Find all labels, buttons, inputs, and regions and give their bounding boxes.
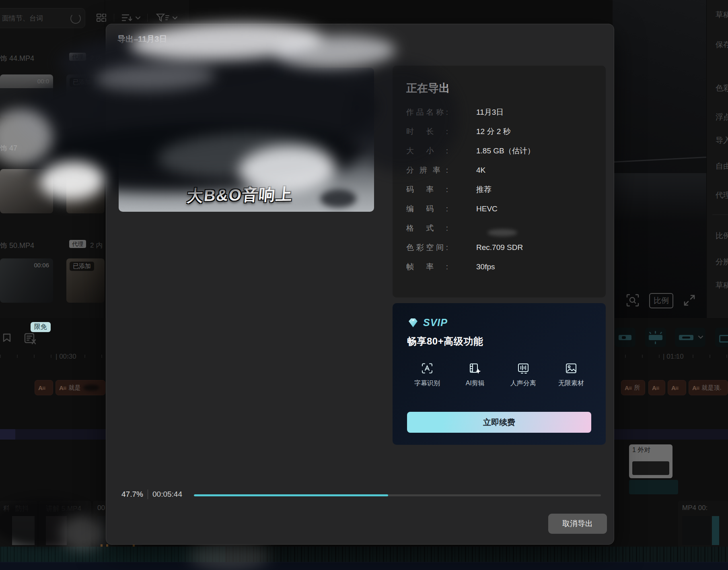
info-label: 色彩空间: — [406, 242, 448, 253]
feature-subtitle-recognition: 字幕识别 — [408, 361, 446, 388]
renew-button[interactable]: 立即续费 — [407, 412, 591, 433]
info-label: 码率: — [406, 184, 448, 195]
ai-edit-icon — [468, 361, 482, 375]
svip-brand: SVIP — [423, 317, 448, 328]
export-status-heading: 正在导出 — [406, 81, 592, 95]
info-row: 色彩空间:Rec.709 SDR — [406, 242, 592, 253]
info-label: 格式: — [406, 223, 448, 233]
info-value: 11月3日 — [476, 107, 504, 118]
feature-label: AI剪辑 — [466, 379, 485, 388]
info-row: 格式: — [406, 223, 592, 233]
progress-fill — [194, 494, 388, 496]
info-row: 编码:HEVC — [406, 203, 592, 214]
feature-vocal-separation: 人声分离 — [504, 361, 543, 388]
info-value: 30fps — [476, 262, 495, 271]
progress-divider — [148, 489, 148, 499]
info-value: 12 分 2 秒 — [476, 126, 511, 137]
info-row: 码率:推荐 — [406, 184, 592, 195]
info-value: 推荐 — [476, 184, 492, 195]
info-value: 1.85 GB（估计） — [476, 146, 535, 156]
car-image-dark — [119, 68, 374, 157]
subtitle-recognition-icon — [420, 361, 434, 375]
info-label: 大小: — [406, 146, 448, 156]
dialog-title: 导出–11月3日 — [117, 34, 167, 45]
info-row: 大小:1.85 GB（估计） — [406, 145, 592, 156]
info-label: 分辨率: — [406, 165, 448, 176]
unlimited-assets-icon — [564, 361, 578, 375]
info-value: 4K — [476, 166, 485, 175]
info-row: 帧率:30fps — [406, 261, 592, 272]
export-info-panel: 正在导出 作品名称:11月3日 时长:12 分 2 秒 大小:1.85 GB（估… — [393, 66, 606, 297]
progress-elapsed-time: 00:05:44 — [152, 490, 182, 499]
feature-label: 人声分离 — [510, 379, 536, 388]
export-dialog: 导出–11月3日 大B&O音响上 正在导出 作品名称:11月3日 时长:12 分… — [106, 24, 614, 545]
info-row: 分辨率:4K — [406, 165, 592, 176]
info-label: 作品名称: — [406, 107, 448, 118]
redaction-smudge — [487, 229, 517, 236]
info-row: 作品名称:11月3日 — [406, 107, 592, 118]
caption-smudge — [320, 189, 356, 208]
feature-label: 无限素材 — [558, 379, 584, 388]
svip-headline: 畅享80+高级功能 — [407, 335, 591, 348]
limited-free-badge: 限免 — [31, 322, 51, 332]
info-label: 帧率: — [406, 262, 448, 272]
feature-label: 字幕识别 — [414, 379, 440, 388]
preview-caption: 大B&O音响上 — [186, 183, 294, 207]
info-value: Rec.709 SDR — [476, 243, 523, 252]
info-label: 时长: — [406, 126, 448, 137]
info-value: HEVC — [476, 204, 498, 213]
export-preview-thumbnail: 大B&O音响上 — [119, 68, 374, 212]
app-stage: 面情节、台词 饰 44.MP4 代理 2 内 00:0 已添加 饰 47 — [0, 0, 728, 570]
cancel-export-button[interactable]: 取消导出 — [548, 514, 607, 534]
info-label: 编码: — [406, 204, 448, 214]
svip-features: 字幕识别 AI剪辑 人声分离 无限素材 — [407, 361, 591, 388]
diamond-icon — [407, 317, 419, 328]
progress-bar-track — [194, 494, 601, 496]
feature-ai-edit: AI剪辑 — [456, 361, 494, 388]
vocal-separation-icon — [516, 361, 530, 375]
progress-percent: 47.7% — [121, 490, 143, 499]
svip-brand-row: SVIP — [407, 317, 591, 328]
svip-promo-card: SVIP 畅享80+高级功能 字幕识别 AI剪辑 人声分离 无限素 — [393, 303, 606, 445]
feature-unlimited-assets: 无限素材 — [552, 361, 590, 388]
info-row: 时长:12 分 2 秒 — [406, 126, 592, 137]
